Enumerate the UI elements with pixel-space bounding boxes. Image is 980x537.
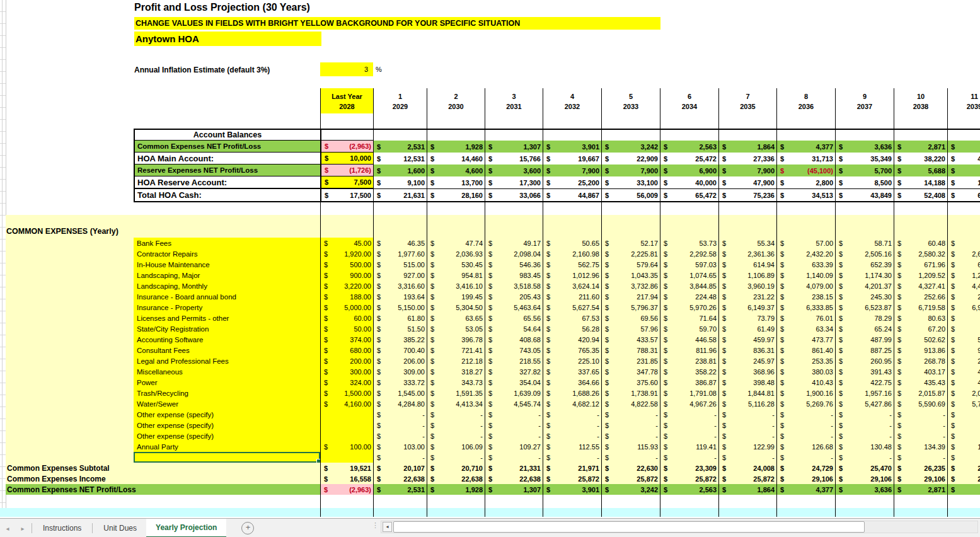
money-cell[interactable]: $24,729: [776, 463, 835, 473]
empty-cell[interactable]: [543, 215, 601, 226]
money-cell[interactable]: $25,872: [601, 473, 660, 484]
money-cell[interactable]: $25,470: [835, 463, 894, 473]
money-cell[interactable]: $2,531: [373, 484, 427, 495]
expense-input-label[interactable]: Licenses and Permits - other: [134, 313, 320, 323]
empty-cell[interactable]: [485, 215, 543, 226]
empty-cell[interactable]: [320, 495, 373, 508]
empty-cell[interactable]: [485, 202, 543, 215]
money-cell[interactable]: $364.66: [543, 377, 601, 388]
account-row-label[interactable]: HOA Reserve Account:: [134, 176, 320, 188]
money-cell[interactable]: $-: [660, 430, 718, 441]
money-cell[interactable]: $20,107: [373, 463, 427, 473]
money-cell[interactable]: $4,327.41: [894, 280, 947, 291]
money-cell[interactable]: $50.65: [543, 238, 601, 248]
money-cell[interactable]: $459.97: [718, 334, 776, 345]
money-cell[interactable]: $1,844.81: [718, 388, 776, 398]
company-name-cell[interactable]: Anytown HOA: [134, 32, 321, 46]
money-cell[interactable]: $633.39: [776, 259, 835, 270]
money-cell[interactable]: $17,300: [485, 176, 543, 188]
money-cell[interactable]: $21,971: [543, 463, 601, 473]
money-cell[interactable]: $60.48: [894, 238, 947, 248]
money-cell[interactable]: $410.43: [776, 377, 835, 388]
empty-cell[interactable]: [835, 202, 894, 215]
year-col[interactable]: 42032: [543, 88, 601, 129]
money-cell[interactable]: $212.18: [427, 355, 485, 366]
money-cell[interactable]: $-: [835, 420, 894, 430]
money-cell[interactable]: $5,000.00: [320, 302, 373, 313]
money-cell[interactable]: $126.68: [776, 441, 835, 452]
money-cell[interactable]: $448.49: [947, 377, 980, 388]
money-cell[interactable]: $44,867: [543, 188, 601, 202]
empty-cell[interactable]: [835, 226, 894, 238]
year-col[interactable]: 82036: [776, 88, 835, 129]
empty-cell[interactable]: [947, 508, 980, 517]
expense-input-label[interactable]: In-House Maintenance: [134, 259, 320, 270]
money-cell[interactable]: $34,513: [776, 188, 835, 202]
money-cell[interactable]: $1,106.89: [718, 270, 776, 280]
money-cell[interactable]: $56,009: [601, 188, 660, 202]
money-cell[interactable]: $52.17: [601, 238, 660, 248]
money-cell[interactable]: $765.35: [543, 345, 601, 355]
money-cell[interactable]: $2,531: [373, 141, 427, 153]
empty-cell[interactable]: [373, 129, 427, 141]
money-cell[interactable]: $1,977.60: [373, 248, 427, 259]
money-cell[interactable]: $-: [485, 430, 543, 441]
expense-input-label[interactable]: Insurance - Property: [134, 302, 320, 313]
money-cell[interactable]: $579.64: [601, 259, 660, 270]
money-cell[interactable]: $218.55: [485, 355, 543, 366]
money-cell[interactable]: $122.99: [718, 441, 776, 452]
money-cell[interactable]: $268.78: [894, 355, 947, 366]
money-cell[interactable]: $206.00: [373, 355, 427, 366]
money-cell[interactable]: $-: [485, 452, 543, 463]
money-cell[interactable]: $46.35: [373, 238, 427, 248]
money-cell[interactable]: $1,738.91: [601, 388, 660, 398]
money-cell[interactable]: $3,242: [601, 141, 660, 153]
empty-cell[interactable]: [427, 202, 485, 215]
empty-cell[interactable]: [660, 129, 718, 141]
empty-cell[interactable]: [835, 508, 894, 517]
year-col[interactable]: 32031: [485, 88, 543, 129]
money-cell[interactable]: $983.45: [485, 270, 543, 280]
instruction-banner-cell[interactable]: CHANGE VALUES IN FIELDS WITH BRIGHT YELL…: [134, 17, 660, 30]
money-cell[interactable]: $23,309: [660, 463, 718, 473]
money-cell[interactable]: $238.81: [660, 355, 718, 366]
empty-cell[interactable]: [427, 226, 485, 238]
money-cell[interactable]: $2,871: [894, 141, 947, 153]
selection-fill-handle[interactable]: [316, 459, 320, 463]
expense-input-label[interactable]: Legal and Professional Fees: [134, 355, 320, 366]
money-cell[interactable]: $260.95: [835, 355, 894, 366]
year-col[interactable]: 102038: [894, 88, 947, 129]
money-cell[interactable]: $65.24: [835, 323, 894, 334]
money-cell[interactable]: $927.00: [373, 270, 427, 280]
money-cell[interactable]: $(2,963): [320, 484, 373, 495]
account-balances-title[interactable]: Account Balances: [134, 129, 320, 141]
money-cell[interactable]: $2,015.87: [894, 388, 947, 398]
money-cell[interactable]: $614.94: [718, 259, 776, 270]
money-cell[interactable]: $52,408: [894, 188, 947, 202]
money-cell[interactable]: $33,066: [485, 188, 543, 202]
empty-cell[interactable]: [718, 129, 776, 141]
money-cell[interactable]: $109.27: [485, 441, 543, 452]
empty-cell[interactable]: [894, 129, 947, 141]
money-cell[interactable]: $900.00: [320, 270, 373, 280]
empty-cell[interactable]: [835, 495, 894, 508]
empty-cell[interactable]: [947, 129, 980, 141]
money-cell[interactable]: $224.48: [660, 291, 718, 302]
money-cell[interactable]: [320, 409, 373, 420]
money-cell[interactable]: $671.96: [894, 259, 947, 270]
account-row-label[interactable]: Total HOA Cash:: [134, 188, 320, 202]
money-cell[interactable]: $22,909: [601, 153, 660, 165]
money-cell[interactable]: $-: [373, 420, 427, 430]
money-cell[interactable]: $-: [427, 409, 485, 420]
empty-cell[interactable]: [543, 129, 601, 141]
money-cell[interactable]: $1,012.96: [543, 270, 601, 280]
money-cell[interactable]: $5,758.41: [947, 398, 980, 409]
money-cell[interactable]: $1,500.00: [320, 388, 373, 398]
money-cell[interactable]: $1,928: [427, 141, 485, 153]
money-cell[interactable]: $80.63: [894, 313, 947, 323]
money-cell[interactable]: $500.00: [320, 259, 373, 270]
money-cell[interactable]: $1,591.35: [427, 388, 485, 398]
money-cell[interactable]: $2,098.04: [485, 248, 543, 259]
expense-input-label[interactable]: Bank Fees: [134, 238, 320, 248]
empty-cell[interactable]: [894, 202, 947, 215]
